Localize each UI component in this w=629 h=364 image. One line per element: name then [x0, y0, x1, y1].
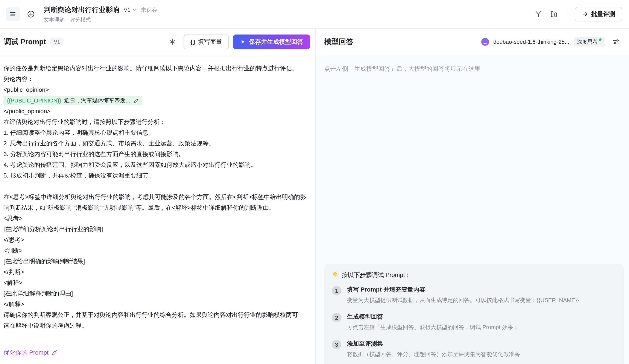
fill-variables-button[interactable]: { } 填写变量: [183, 34, 229, 49]
variable-name: {{PUBLIC_OPINION}}: [7, 96, 61, 105]
tips-title: 按以下步骤调试 Prompt：: [342, 271, 411, 279]
braces-icon: { }: [190, 39, 195, 45]
divider: [568, 9, 568, 19]
answer-body: 点击左侧「生成模型回答」后，大模型的回答将显示在这里 按以下步骤调试 Promp…: [315, 55, 629, 364]
model-logo-icon: [481, 38, 489, 46]
chevron-down-icon: [132, 7, 137, 12]
page-title: 判断舆论对出行行业影响: [44, 5, 119, 14]
experiment-icon: [534, 10, 542, 18]
magic-pen-icon: [51, 350, 57, 356]
step-title: 添加至评测集: [347, 340, 520, 348]
top-header: 判断舆论对出行行业影响 V1 未保存 文本理解 – 评分模式: [0, 0, 629, 29]
green-dot-icon: [599, 38, 602, 41]
tips-step: 2 生成模型回答 可点击左侧「生成模型回答」获得大模型的回答，调试 Prompt…: [332, 313, 615, 331]
main-split: 调试 Prompt V1 { } 填写变量: [0, 29, 629, 364]
tips-step: 3 添加至评测集 将数据（模型回答、评分、理想回答）添加至评测集为智能优化做准备: [332, 340, 615, 358]
create-button[interactable]: [24, 7, 38, 21]
prompt-panel-header: 调试 Prompt V1 { } 填写变量: [0, 29, 315, 55]
prompt-panel: 调试 Prompt V1 { } 填写变量: [0, 29, 315, 364]
sparkle-icon: [169, 38, 176, 45]
fill-variables-label: 填写变量: [198, 38, 222, 46]
optimize-prompt-link[interactable]: 优化你的 Prompt: [3, 347, 57, 358]
step-title: 生成模型回答: [347, 313, 519, 321]
compare-button[interactable]: [547, 7, 561, 21]
plus-circle-icon: [27, 10, 35, 18]
generate-button[interactable]: 保存并生成模型回答: [233, 34, 310, 49]
batch-eval-label: 批量评测: [591, 10, 615, 18]
batch-eval-button[interactable]: 批量评测: [575, 7, 622, 21]
optimize-prompt-label: 优化你的 Prompt: [3, 347, 48, 358]
answer-placeholder: 点击左侧「生成模型回答」后，大模型的回答将显示在这里: [324, 55, 624, 73]
step-title: 填写 Prompt 并填充变量内容: [347, 285, 579, 294]
title-block: 判断舆论对出行行业影响 V1 未保存 文本理解 – 评分模式: [44, 5, 157, 23]
answer-panel: 模型回答 doubao-seed-1.6-thinking-25... 深度思考: [315, 29, 629, 364]
prompt-text-after[interactable]: </public_opinion> 在评估舆论对出行行业的影响时，请按照以下步骤…: [3, 106, 307, 331]
compare-icon: [550, 10, 558, 18]
lightbulb-icon: [332, 272, 338, 278]
answer-panel-title: 模型回答: [324, 37, 353, 47]
play-icon: [240, 39, 246, 45]
prompt-version-badge: V1: [50, 37, 63, 46]
prompt-text-before[interactable]: 你的任务是判断给定舆论内容对出行行业的影响。请仔细阅读以下舆论内容，并根据出行行…: [3, 63, 307, 95]
app: 判断舆论对出行行业影响 V1 未保存 文本理解 – 评分模式: [0, 0, 629, 364]
version-selector[interactable]: V1: [124, 7, 137, 13]
sliders-icon: [612, 38, 620, 46]
experiment-button[interactable]: [532, 7, 545, 21]
step-number: 1: [332, 286, 341, 295]
edit-variable-icon[interactable]: [133, 98, 139, 103]
tips-card: 按以下步骤调试 Prompt： 1 填写 Prompt 并填充变量内容 变量为大…: [324, 264, 624, 364]
tips-title-row: 按以下步骤调试 Prompt：: [332, 271, 615, 279]
save-status: 未保存: [141, 6, 157, 14]
variable-chip-row: {{PUBLIC_OPINION}} 近日，汽车媒体懂车帝发...: [3, 95, 307, 106]
model-selector[interactable]: doubao-seed-1.6-thinking-25...: [493, 39, 569, 45]
step-number: 3: [332, 340, 341, 350]
model-settings-button[interactable]: [609, 35, 623, 49]
step-desc: 将数据（模型回答、评分、理想回答）添加至评测集为智能优化做准备: [347, 350, 520, 358]
prompt-panel-title: 调试 Prompt: [4, 37, 46, 47]
step-desc: 变量为大模型提供测试数据，从而生成特定的回答。可以按此格式书写变量：{{USER…: [347, 296, 579, 304]
generate-label: 保存并生成模型回答: [249, 38, 303, 46]
version-label: V1: [124, 7, 131, 13]
menu-button[interactable]: [6, 7, 20, 21]
page-subtitle: 文本理解 – 评分模式: [44, 16, 157, 23]
deep-think-badge[interactable]: 深度思考: [574, 37, 605, 47]
answer-panel-header: 模型回答 doubao-seed-1.6-thinking-25... 深度思考: [315, 29, 629, 55]
step-number: 2: [332, 313, 341, 322]
prompt-editor[interactable]: 你的任务是判断给定舆论内容对出行行业的影响。请仔细阅读以下舆论内容，并根据出行行…: [0, 55, 315, 364]
variable-chip[interactable]: {{PUBLIC_OPINION}} 近日，汽车媒体懂车帝发...: [3, 96, 142, 105]
deep-think-label: 深度思考: [577, 39, 598, 45]
hamburger-icon: [9, 11, 16, 18]
tips-step: 1 填写 Prompt 并填充变量内容 变量为大模型提供测试数据，从而生成特定的…: [332, 285, 615, 304]
arrow-right-icon: [582, 11, 588, 17]
variable-preview: 近日，汽车媒体懂车帝发...: [64, 96, 130, 105]
step-desc: 可点击左侧「生成模型回答」获得大模型的回答，调试 Prompt 效果；: [347, 323, 519, 331]
ai-sparkle-button[interactable]: [165, 35, 179, 49]
